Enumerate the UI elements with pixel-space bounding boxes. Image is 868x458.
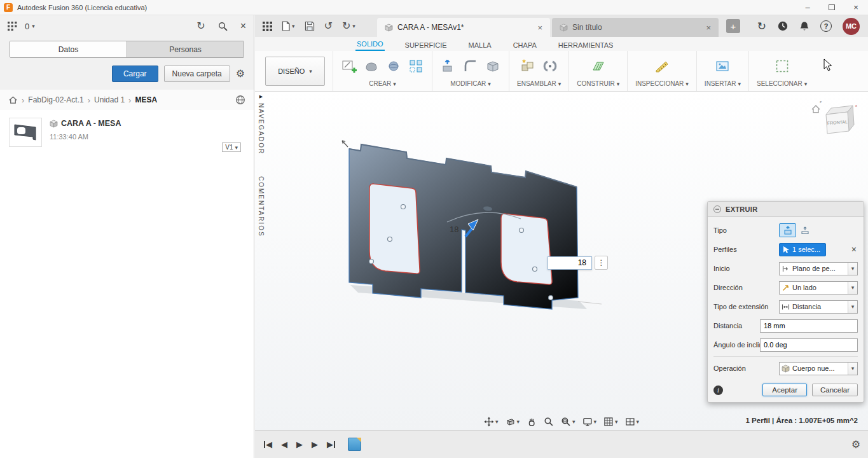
step-forward-button[interactable]: ▶ (312, 440, 318, 449)
pan-button[interactable] (527, 417, 537, 427)
ribbon-tab-superficie[interactable]: SUPERFICIE (404, 39, 448, 51)
ribbon-tab-malla[interactable]: MALLA (467, 39, 493, 51)
minimize-button[interactable]: – (796, 0, 820, 15)
close-panel-button[interactable]: × (240, 21, 246, 31)
group-label-ensamblar[interactable]: ENSAMBLAR▾ (517, 80, 561, 87)
home-view-icon[interactable] (812, 106, 820, 113)
notifications-bell-icon[interactable] (799, 21, 809, 32)
insert-button[interactable] (714, 58, 731, 74)
new-component-button[interactable] (520, 58, 536, 74)
tab-personas[interactable]: Personas (127, 41, 244, 57)
skip-to-start-button[interactable]: ◀ (264, 440, 272, 449)
new-tab-button[interactable]: + (726, 19, 740, 33)
dimension-input[interactable] (548, 256, 592, 270)
group-label-inspeccionar[interactable]: INSPECCIONAR▾ (635, 80, 689, 87)
user-avatar[interactable]: MC (843, 18, 860, 35)
grid-snap-button[interactable]: ▾ (603, 417, 618, 427)
job-status-icon[interactable]: ↻ (757, 20, 766, 33)
panel-settings-gear-icon[interactable]: ⚙ (236, 69, 245, 79)
group-label-seleccionar[interactable]: SELECCIONAR▾ (757, 80, 807, 87)
fillet-button[interactable] (462, 58, 479, 74)
distance-input[interactable] (760, 319, 858, 333)
help-icon[interactable]: ? (820, 20, 832, 32)
viewport-canvas[interactable]: ▶ NAVEGADOR COMENTARIOS (255, 92, 868, 430)
step-back-button[interactable]: ◀ (281, 440, 287, 449)
viewports-button[interactable]: ▾ (625, 417, 640, 427)
tab-datos[interactable]: Datos (10, 41, 127, 57)
joint-button[interactable] (542, 58, 558, 74)
create-sketch-button[interactable] (341, 58, 357, 74)
zoom-button[interactable] (544, 417, 554, 427)
save-icon[interactable] (305, 21, 315, 31)
redo-button[interactable]: ↻ ▾ (342, 21, 355, 31)
globe-icon[interactable] (235, 95, 245, 105)
extrude-type-thin-button[interactable] (796, 223, 813, 237)
extrude-dialog-header[interactable]: EXTRUIR (708, 202, 864, 217)
ribbon-tab-solido[interactable]: SOLIDO (355, 38, 385, 51)
revolve-button[interactable] (385, 58, 402, 74)
dimension-options-button[interactable]: ⋮ (595, 256, 608, 270)
group-label-construir[interactable]: CONSTRUIR▾ (577, 80, 619, 87)
ribbon-tab-herramientas[interactable]: HERRAMIENTAS (557, 39, 615, 51)
undo-button[interactable]: ↺ (324, 21, 333, 31)
ribbon-tab-chapa[interactable]: CHAPA (512, 39, 538, 51)
look-at-button[interactable]: ▾ (505, 417, 520, 427)
home-icon[interactable] (8, 95, 18, 105)
accept-button[interactable]: Aceptar (762, 384, 807, 396)
close-window-button[interactable]: × (844, 0, 868, 15)
close-tab-icon[interactable]: × (706, 23, 711, 32)
document-tab-active[interactable]: CARA A - MESAv1* × (377, 18, 550, 37)
notification-count-dropdown[interactable]: 0▾ (25, 22, 35, 31)
view-cube[interactable]: FRONTAL x z (811, 97, 859, 142)
left-cutout-profile[interactable] (369, 184, 420, 274)
refresh-button[interactable]: ↻ (196, 21, 205, 31)
select-button[interactable] (774, 58, 790, 74)
maximize-button[interactable] (820, 0, 844, 15)
group-label-crear[interactable]: CREAR▾ (369, 80, 396, 87)
search-button[interactable] (218, 22, 228, 31)
measure-button[interactable] (654, 58, 670, 74)
file-thumbnail[interactable] (9, 118, 42, 147)
press-pull-button[interactable] (440, 58, 457, 74)
upload-button[interactable]: Cargar (112, 66, 158, 82)
breadcrumb-item-unit[interactable]: Unidad 1 (94, 95, 125, 104)
form-button[interactable] (363, 58, 380, 74)
extent-type-dropdown[interactable]: Distancia ▾ (779, 300, 858, 314)
pattern-button[interactable] (408, 58, 424, 74)
document-tab-inactive[interactable]: Sin título × (552, 18, 719, 37)
display-settings-button[interactable]: ▾ (582, 417, 597, 427)
teams-grid-icon[interactable] (8, 22, 17, 31)
operation-dropdown[interactable]: Cuerpo nue... ▾ (779, 362, 858, 375)
taper-angle-input[interactable] (760, 338, 858, 352)
right-cutout-profile[interactable] (501, 214, 552, 284)
file-list-item[interactable]: CARA A - MESA 11:33:40 AM V1▾ (0, 110, 254, 155)
close-tab-icon[interactable]: × (537, 23, 542, 32)
skip-to-end-button[interactable]: ▶ (327, 440, 335, 449)
version-dropdown[interactable]: V1▾ (222, 142, 241, 152)
group-label-modificar[interactable]: MODIFICAR▾ (450, 80, 491, 87)
shell-button[interactable] (485, 58, 501, 74)
info-icon[interactable]: i (713, 385, 723, 395)
new-folder-button[interactable]: Nueva carpeta (164, 66, 230, 82)
cancel-button[interactable]: Cancelar (812, 384, 858, 396)
timeline-settings-gear-icon[interactable]: ⚙ (851, 440, 860, 450)
clock-icon[interactable] (777, 20, 789, 32)
breadcrumb-item-project[interactable]: FabDig-02-Act.1 (28, 95, 83, 104)
workspace-switcher-button[interactable]: DISEÑO▾ (265, 57, 325, 86)
clear-selection-icon[interactable]: × (851, 244, 858, 254)
play-button[interactable]: ▶ (296, 440, 303, 449)
direction-dropdown[interactable]: Un lado ▾ (779, 281, 858, 295)
app-grid-icon[interactable] (263, 22, 272, 31)
construction-plane-button[interactable] (590, 58, 607, 74)
pan-orbit-button[interactable]: ▾ (484, 417, 499, 427)
collapse-dialog-icon[interactable] (713, 205, 721, 213)
group-label-insertar[interactable]: INSERTAR▾ (705, 80, 741, 87)
file-menu-button[interactable]: ▾ (282, 21, 295, 31)
profiles-selected-chip[interactable]: 1 selec... (779, 243, 826, 256)
document-cube-icon (560, 24, 568, 32)
extrude-type-solid-button[interactable] (779, 223, 796, 237)
chevron-down-icon: ▾ (848, 363, 857, 375)
timeline-feature-extrude[interactable] (348, 438, 361, 451)
zoom-window-button[interactable]: ▾ (561, 417, 575, 427)
start-dropdown[interactable]: Plano de pe... ▾ (779, 262, 858, 275)
